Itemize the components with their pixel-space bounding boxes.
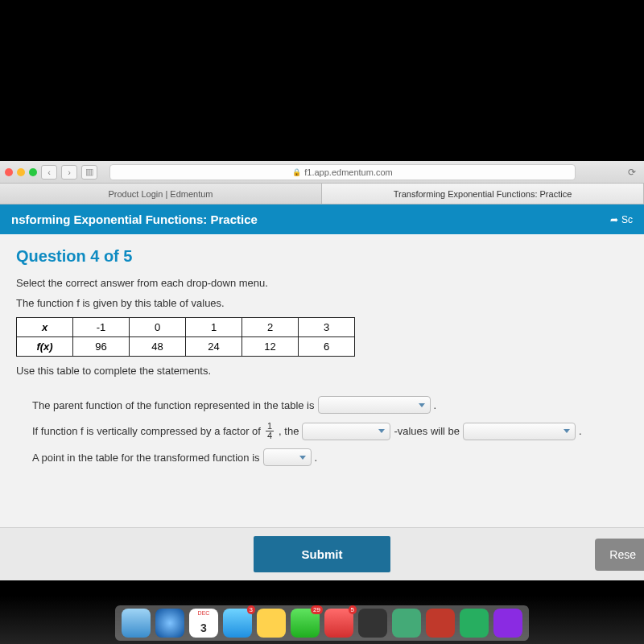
dropdown-point[interactable] [263,448,312,466]
statement-1: The parent function of the function repr… [32,396,628,414]
close-window-icon[interactable] [5,168,13,176]
notes-icon[interactable] [257,609,286,638]
dropdown-values-result[interactable] [463,423,576,440]
fraction-one-quarter: 1 4 [266,422,274,440]
cell: 3 [299,318,355,337]
statement-3: A point in the table for the transformed… [32,448,628,466]
window-controls [5,168,37,176]
chevron-down-icon [299,456,306,460]
row-label-x: x [17,318,73,337]
app-icon-5[interactable] [460,609,489,638]
after-table: Use this table to complete the statement… [16,365,628,377]
app-icon[interactable]: 5 [324,609,353,638]
share-icon: ➦ [610,214,618,225]
chevron-down-icon [378,429,385,433]
question-page: Question 4 of 5 Select the correct answe… [0,234,644,580]
reload-button[interactable]: ⟳ [628,167,639,178]
statement-2: If function f is vertically compressed b… [32,422,628,440]
cell: 2 [242,318,299,337]
row-label-fx: f(x) [17,337,73,357]
desktop-dock-area: DEC 3 3 29 5 [0,596,644,644]
prompt: The function f is given by this table of… [16,297,628,309]
address-bar[interactable]: 🔒 f1.app.edmentum.com [109,164,576,180]
chevron-down-icon [419,403,425,407]
dropdown-values-type[interactable] [302,423,390,440]
cell: 6 [299,337,355,357]
dropdown-parent-function[interactable] [318,396,431,414]
messages-icon[interactable]: 29 [291,609,320,638]
instruction: Select the correct answer from each drop… [16,277,628,289]
tab-bar: Product Login | Edmentum Transforming Ex… [0,184,644,204]
back-button[interactable]: ‹ [41,165,57,180]
url-text: f1.app.edmentum.com [304,167,392,177]
cell: 0 [130,318,186,337]
app-header: nsforming Exponential Functions: Practic… [0,204,644,234]
tab-practice[interactable]: Transforming Exponential Functions: Prac… [322,184,644,204]
statements: The parent function of the function repr… [16,385,628,466]
submit-button[interactable]: Submit [254,536,391,572]
chevron-down-icon [564,429,570,433]
browser-toolbar: ‹ › ▥ 🔒 f1.app.edmentum.com ⟳ [0,161,644,184]
calendar-icon[interactable]: DEC 3 [189,609,218,638]
cell: -1 [73,318,130,337]
app-icon-2[interactable] [358,609,387,638]
app-icon-3[interactable] [392,609,421,638]
sidebar-button[interactable]: ▥ [81,165,97,180]
cell: 12 [242,337,299,357]
values-table: x -1 0 1 2 3 f(x) 96 48 24 12 6 [16,317,355,357]
table-row: f(x) 96 48 24 12 6 [17,337,355,357]
lock-icon: 🔒 [292,168,301,176]
maximize-window-icon[interactable] [29,168,37,176]
page-title: nsforming Exponential Functions: Practic… [11,213,258,226]
cell: 96 [73,337,130,357]
mail-badge: 3 [247,605,255,614]
mail-icon[interactable]: 3 [223,609,252,638]
cell: 24 [186,337,242,357]
cell: 1 [186,318,242,337]
forward-button[interactable]: › [61,165,77,180]
cell: 48 [130,337,186,357]
action-bar: Submit Rese [0,527,644,580]
messages-badge: 29 [311,605,323,614]
reset-button[interactable]: Rese [595,539,644,571]
tab-login[interactable]: Product Login | Edmentum [0,184,322,204]
header-right[interactable]: ➦ Sc [610,214,633,225]
table-row: x -1 0 1 2 3 [17,318,355,337]
finder-icon[interactable] [122,609,151,638]
app-icon-6[interactable] [493,609,522,638]
app-icon-4[interactable] [426,609,455,638]
question-number: Question 4 of 5 [16,247,628,266]
dock: DEC 3 3 29 5 [115,605,529,641]
app-badge: 5 [349,605,357,614]
safari-icon[interactable] [155,609,184,638]
minimize-window-icon[interactable] [17,168,25,176]
